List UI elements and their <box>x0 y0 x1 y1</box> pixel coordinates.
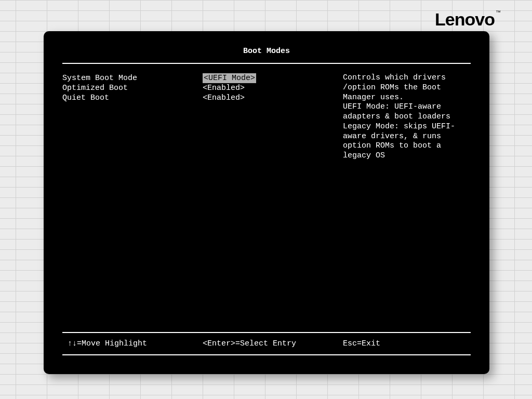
setting-label-boot-mode[interactable]: System Boot Mode <box>62 73 192 83</box>
selected-value[interactable]: <UEFI Mode> <box>203 73 256 83</box>
footer: ↑↓=Move Highlight <Enter>=Select Entry E… <box>44 332 489 355</box>
brand-logo: Lenovo™ <box>435 9 501 30</box>
settings-values: <UEFI Mode> <Enabled> <Enabled> <box>203 73 332 161</box>
setting-label-quiet[interactable]: Quiet Boot <box>62 93 192 103</box>
divider-footer-bottom <box>62 354 471 355</box>
divider-top <box>62 63 471 64</box>
page-title: Boot Modes <box>44 47 489 63</box>
setting-value-boot-mode[interactable]: <UEFI Mode> <box>203 73 332 83</box>
brand-logo-text: Lenovo <box>435 9 495 29</box>
bios-window: Boot Modes System Boot Mode Optimized Bo… <box>44 31 489 374</box>
help-text: Controls which drivers /option ROMs the … <box>343 73 471 161</box>
hint-move: ↑↓=Move Highlight <box>68 339 192 348</box>
hint-exit: Esc=Exit <box>343 339 466 348</box>
settings-panel: System Boot Mode Optimized Boot Quiet Bo… <box>44 73 489 161</box>
setting-value-quiet[interactable]: <Enabled> <box>203 93 332 103</box>
hint-select: <Enter>=Select Entry <box>203 339 332 348</box>
settings-labels: System Boot Mode Optimized Boot Quiet Bo… <box>62 73 192 161</box>
trademark-icon: ™ <box>496 9 501 15</box>
setting-label-optimized[interactable]: Optimized Boot <box>62 83 192 93</box>
setting-value-optimized[interactable]: <Enabled> <box>203 83 332 93</box>
